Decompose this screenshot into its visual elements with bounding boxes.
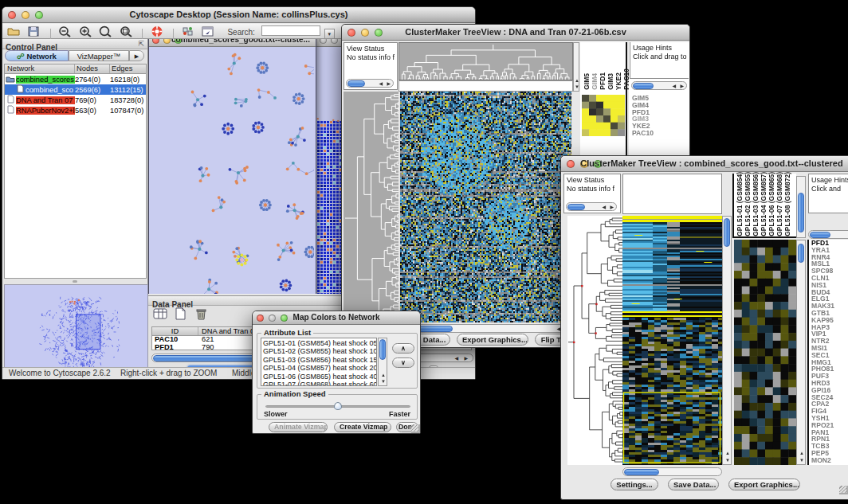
tv2-settings-button[interactable]: Settings... [610, 479, 658, 490]
tv1-column-dendrogram[interactable] [398, 42, 573, 80]
attribute-list-vscrollbar[interactable]: ▲ ▼ [378, 338, 387, 386]
scroll-down-icon[interactable]: ▼ [381, 379, 386, 385]
tv2-zoom-heatmap[interactable] [734, 240, 796, 465]
network-row[interactable]: combined_scores 2764(0) 16218(0) [5, 74, 146, 84]
network-row-selected[interactable]: combined_sco 2569(6) 13112(15) [5, 84, 146, 95]
tv2-zoom-vscrollbar[interactable]: ▲ ▼ [796, 240, 806, 465]
create-vizmap-button[interactable]: Create Vizmap [334, 422, 391, 432]
select-attributes-icon[interactable] [153, 307, 167, 319]
main-titlebar[interactable]: Cytoscape Desktop (Session Name: collins… [2, 7, 475, 23]
tv1-zoom-heatmap[interactable] [582, 95, 625, 136]
float-panel-icon[interactable]: ⇱ [138, 40, 144, 48]
tv1-col-dendro-gap [398, 80, 573, 92]
network-table: Network Nodes Edges combined_scores 2764… [4, 64, 147, 279]
tv2-row-dendrogram[interactable] [567, 216, 622, 465]
attribute-list[interactable]: GPL51-01 (GSM854) heat shock 05 minGPL51… [261, 338, 377, 386]
col-header-network[interactable]: Network [5, 64, 75, 73]
scroll-left-icon[interactable]: ◀ [454, 356, 458, 361]
minimize-icon[interactable] [331, 39, 338, 44]
zoom-out-icon[interactable] [57, 25, 72, 37]
dialog-titlebar[interactable]: Map Colors to Network [253, 311, 420, 325]
network-row[interactable]: RNAPuberNov2+l 563(0) 107847(0) [5, 105, 146, 115]
scroll-left-icon[interactable]: ◀ [602, 205, 606, 210]
list-item: GPL51-04 (GSM857) [760, 172, 768, 236]
move-down-button[interactable]: ∨ [392, 357, 414, 368]
tv2-usage-scrollbar[interactable] [808, 230, 848, 239]
scroll-up-icon[interactable]: ▲ [381, 373, 386, 378]
list-item: GPL51-04 (GSM857) heat shock 20 min [263, 364, 376, 372]
scroll-down-icon[interactable]: ▼ [725, 458, 730, 463]
scroll-right-icon[interactable]: ▶ [610, 205, 614, 210]
scroll-up-icon[interactable]: ▲ [575, 78, 579, 84]
tab-vizmapper[interactable]: VizMapper™ [69, 50, 129, 61]
tv1-mini-vscrollbar[interactable]: ▲ ▼ [573, 42, 579, 92]
scroll-up-icon[interactable]: ▲ [725, 451, 730, 456]
help-lifesaver-icon[interactable] [150, 25, 164, 37]
zoom-fit-icon[interactable] [98, 25, 112, 37]
search-input[interactable] [261, 25, 320, 36]
tv1-status-scrollbar[interactable]: ◀ ▶ [346, 79, 394, 88]
tv2-gene-list: PFD1YRA1RNR4MSL1SPC98CLN1NIS1BUD4ELG1MAK… [807, 240, 848, 465]
scroll-left-icon[interactable]: ◀ [672, 84, 676, 89]
close-icon[interactable] [152, 39, 159, 44]
scroll-down-icon[interactable]: ▼ [575, 84, 579, 90]
tv1-heatmap-hscrollbar[interactable]: ◀ ▶ [400, 324, 571, 333]
col-header-nodes[interactable]: Nodes [75, 64, 110, 73]
animate-vizmap-button[interactable]: Animate Vizmap [269, 422, 328, 432]
tv2-bottom-hscrollbar[interactable] [622, 467, 722, 476]
speed-slider[interactable] [265, 402, 410, 410]
zoom-selected-icon[interactable] [119, 25, 133, 37]
tv1-view-status-panel: View Status No status info f ◀ ▶ [344, 42, 398, 90]
treeview1-titlebar[interactable]: ClusterMaker TreeView : DNA and Tran 07-… [342, 25, 689, 41]
vizmap-window-icon[interactable] [201, 25, 215, 37]
treeview2-titlebar[interactable]: ClusterMaker TreeView : combined_scores_… [561, 156, 848, 172]
animation-speed-group: Animation Speed Slower Faster [257, 394, 418, 420]
scroll-down-icon[interactable]: ▼ [799, 458, 804, 463]
tv1-export-graphics-button[interactable]: Export Graphics... [457, 334, 528, 346]
map-colors-dialog: Map Colors to Network Attribute List GPL… [252, 311, 421, 434]
scroll-right-icon[interactable]: ▶ [680, 84, 684, 89]
tv1-usage-scrollbar[interactable]: ◀ ▶ [631, 81, 687, 90]
status-left: Welcome to Cytoscape 2.6.2 [9, 369, 111, 377]
annotation-icon[interactable] [181, 25, 195, 37]
network-view-canvas[interactable] [150, 47, 314, 294]
tv2-global-vscrollbar[interactable]: ▲ ▼ [722, 216, 732, 465]
move-up-button[interactable]: ∧ [392, 343, 414, 354]
new-attribute-icon[interactable] [173, 307, 187, 319]
list-item: GPL51-01 (GSM854) [736, 172, 744, 236]
tv2-status-scrollbar[interactable]: ◀ ▶ [566, 202, 617, 211]
slider-thumb[interactable] [334, 402, 342, 410]
tv2-heatmap[interactable] [622, 216, 722, 465]
tv2-view-status-panel: View Status No status info f ◀ ▶ [563, 174, 621, 213]
col-header-id[interactable]: ID [152, 327, 198, 335]
scroll-right-icon[interactable]: ▶ [387, 81, 391, 87]
document-icon [5, 105, 16, 115]
open-icon[interactable] [6, 25, 21, 37]
tv1-heatmap[interactable] [400, 92, 571, 322]
save-icon[interactable] [26, 25, 41, 37]
network-row[interactable]: DNA and Tran 07 769(0) 183728(0) [5, 95, 146, 105]
search-dropdown-icon[interactable]: ▾ [324, 29, 335, 39]
tab-more-button[interactable]: ▶ [129, 50, 144, 61]
tv2-zoom-top-vscrollbar[interactable] [796, 176, 806, 238]
list-item: GIM4 [591, 73, 599, 90]
col-header-edges[interactable]: Edges [110, 64, 146, 73]
minimize-icon[interactable] [163, 39, 171, 44]
scroll-up-icon[interactable]: ▲ [799, 451, 804, 456]
document-icon [5, 95, 16, 105]
resize-grip[interactable] [839, 486, 848, 494]
scroll-right-icon[interactable]: ▶ [464, 356, 468, 361]
document-icon [5, 84, 26, 95]
scroll-left-icon[interactable]: ◀ [379, 81, 383, 87]
network-overview-minimap[interactable] [4, 284, 148, 375]
resize-grip[interactable] [411, 424, 420, 433]
panel-splitter[interactable] [4, 279, 147, 283]
delete-attribute-icon[interactable] [194, 307, 208, 319]
tv2-save-data-button[interactable]: Save Data... [668, 479, 719, 490]
tv1-row-dendrogram[interactable] [344, 92, 398, 322]
tv1-column-labels: GIM5GIM4PFD1GIM3YKE2PAC10 [583, 44, 630, 90]
close-icon[interactable] [320, 39, 327, 44]
tv2-export-graphics-button[interactable]: Export Graphics... [728, 479, 800, 490]
zoom-in-icon[interactable] [78, 25, 92, 37]
tab-network[interactable]: ☍ Network [5, 50, 69, 61]
